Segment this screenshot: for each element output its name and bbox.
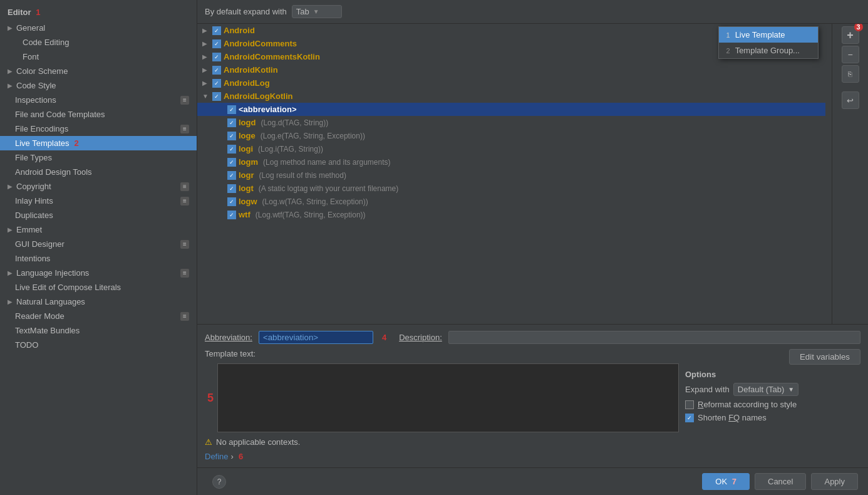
chevron-right-icon: ▶ bbox=[8, 68, 13, 75]
logm-checkbox[interactable]: ✓ bbox=[227, 158, 236, 167]
logr-checkbox[interactable]: ✓ bbox=[227, 171, 236, 180]
sidebar-item-todo[interactable]: TODO bbox=[0, 338, 197, 352]
template-item-logt[interactable]: ▶ ✓ logt (A static logtag with your curr… bbox=[197, 182, 825, 195]
wtf-checkbox[interactable]: ✓ bbox=[227, 211, 236, 219]
edit-variables-button[interactable]: Edit variables bbox=[789, 349, 860, 365]
abbreviation-checkbox[interactable]: ✓ bbox=[227, 105, 236, 114]
sidebar-item-code-style[interactable]: ▶ Code Style bbox=[0, 78, 197, 93]
template-name: logi bbox=[239, 144, 253, 154]
define-arrow: › bbox=[231, 452, 234, 461]
template-name: logd bbox=[239, 118, 256, 127]
group-label: AndroidLogKotlin bbox=[224, 91, 292, 101]
add-button[interactable]: + 3 bbox=[842, 26, 859, 44]
reformat-label: Reformat according to style bbox=[698, 400, 797, 409]
description-input[interactable] bbox=[448, 331, 860, 344]
sidebar-item-label: Android Design Tools bbox=[15, 167, 92, 177]
sidebar-item-label: General bbox=[16, 23, 45, 33]
sidebar-item-intentions[interactable]: Intentions bbox=[0, 251, 197, 266]
androidcommentskotlin-checkbox[interactable]: ✓ bbox=[212, 53, 221, 61]
sidebar-item-file-encodings[interactable]: File Encodings ≡ bbox=[0, 122, 197, 136]
expand-with-dropdown[interactable]: Default (Tab) ▼ bbox=[733, 383, 798, 396]
group-android-kotlin[interactable]: ▶ ✓ AndroidKotlin bbox=[197, 63, 825, 76]
abbreviation-input[interactable] bbox=[259, 331, 373, 344]
template-item-abbreviation[interactable]: ▶ ✓ <abbreviation> bbox=[197, 103, 825, 116]
template-name: <abbreviation> bbox=[239, 105, 296, 114]
sidebar-item-general[interactable]: ▶ General bbox=[0, 21, 197, 35]
sidebar-item-duplicates[interactable]: Duplicates bbox=[0, 208, 197, 222]
template-item-loge[interactable]: ▶ ✓ loge (Log.e(TAG, String, Exception)) bbox=[197, 129, 825, 142]
sidebar-item-file-code-templates[interactable]: File and Code Templates bbox=[0, 107, 197, 122]
template-item-logm[interactable]: ▶ ✓ logm (Log method name and its argume… bbox=[197, 155, 825, 169]
template-text-input[interactable] bbox=[217, 363, 679, 432]
define-badge: 6 bbox=[239, 452, 243, 461]
template-name: logt bbox=[239, 184, 254, 193]
remove-button[interactable]: − bbox=[842, 46, 859, 63]
sidebar-item-label: Language Injections bbox=[16, 268, 89, 278]
sidebar-item-natural-languages[interactable]: ▶ Natural Languages bbox=[0, 294, 197, 309]
chevron-right-icon: ▶ bbox=[202, 53, 210, 60]
menu-item-template-group[interactable]: 2 Template Group... bbox=[719, 43, 818, 58]
androidcomments-checkbox[interactable]: ✓ bbox=[212, 39, 221, 48]
logd-checkbox[interactable]: ✓ bbox=[227, 118, 236, 127]
detail-right: Edit variables Options Expand with Defau… bbox=[685, 349, 860, 461]
sidebar-item-android-design-tools[interactable]: Android Design Tools bbox=[0, 165, 197, 179]
template-desc: (Log result of this method) bbox=[259, 171, 346, 180]
androidlog-checkbox[interactable]: ✓ bbox=[212, 79, 221, 88]
group-android-log-kotlin[interactable]: ▼ ✓ AndroidLogKotlin bbox=[197, 90, 825, 103]
sidebar-item-gui-designer[interactable]: GUI Designer ≡ bbox=[0, 237, 197, 251]
content-area: By default expand with Tab ▼ ▶ ✓ Android… bbox=[197, 0, 868, 495]
template-item-wtf[interactable]: ▶ ✓ wtf (Log.wtf(TAG, String, Exception)… bbox=[197, 208, 825, 221]
sidebar-item-language-injections[interactable]: ▶ Language Injections ≡ bbox=[0, 266, 197, 280]
gui-designer-badge: ≡ bbox=[180, 240, 189, 249]
ok-button[interactable]: OK 7 bbox=[702, 473, 750, 490]
menu-label: Template Group... bbox=[735, 46, 800, 55]
sidebar-item-live-templates[interactable]: Live Templates 2 bbox=[0, 136, 197, 150]
sidebar-item-label: Duplicates bbox=[15, 211, 53, 220]
chevron-right-icon: ▶ bbox=[8, 269, 13, 276]
androidkotlin-checkbox[interactable]: ✓ bbox=[212, 66, 221, 75]
shorten-fq-checkbox[interactable]: ✓ bbox=[685, 414, 694, 422]
sidebar-item-code-editing[interactable]: Code Editing bbox=[0, 35, 197, 50]
ok-badge: 7 bbox=[732, 477, 736, 486]
sidebar-item-label: Live Edit of Compose Literals bbox=[15, 283, 121, 292]
add-context-menu: 1 Live Template 2 Template Group... bbox=[718, 26, 819, 59]
template-item-logd[interactable]: ▶ ✓ logd (Log.d(TAG, String)) bbox=[197, 116, 825, 129]
logw-checkbox[interactable]: ✓ bbox=[227, 197, 236, 206]
sidebar-item-textmate-bundles[interactable]: TextMate Bundles bbox=[0, 323, 197, 338]
define-link[interactable]: Define bbox=[205, 452, 229, 461]
apply-button[interactable]: Apply bbox=[811, 473, 858, 490]
sidebar-item-copyright[interactable]: ▶ Copyright ≡ bbox=[0, 179, 197, 194]
undo-button[interactable]: ↩ bbox=[842, 91, 859, 109]
sidebar-item-inspections[interactable]: Inspections ≡ bbox=[0, 93, 197, 107]
template-item-logi[interactable]: ▶ ✓ logi (Log.i(TAG, String)) bbox=[197, 142, 825, 155]
template-desc: (Log.wtf(TAG, String, Exception)) bbox=[256, 211, 366, 219]
loge-checkbox[interactable]: ✓ bbox=[227, 132, 236, 140]
sidebar-item-live-edit[interactable]: Live Edit of Compose Literals bbox=[0, 280, 197, 294]
sidebar-item-emmet[interactable]: ▶ Emmet bbox=[0, 222, 197, 237]
sidebar-item-font[interactable]: Font bbox=[0, 50, 197, 64]
help-button[interactable]: ? bbox=[212, 475, 226, 489]
sidebar-item-reader-mode[interactable]: Reader Mode ≡ bbox=[0, 309, 197, 323]
menu-item-live-template[interactable]: 1 Live Template bbox=[719, 27, 818, 43]
template-name: logm bbox=[239, 157, 258, 167]
template-item-logr[interactable]: ▶ ✓ logr (Log result of this method) bbox=[197, 169, 825, 182]
expand-dropdown[interactable]: Tab ▼ bbox=[292, 5, 342, 18]
sidebar-item-label: TODO bbox=[15, 340, 38, 350]
template-item-logw[interactable]: ▶ ✓ logw (Log.w(TAG, String, Exception)) bbox=[197, 195, 825, 208]
android-checkbox[interactable]: ✓ bbox=[212, 26, 221, 35]
sidebar-item-inlay-hints[interactable]: Inlay Hints ≡ bbox=[0, 194, 197, 208]
cancel-button[interactable]: Cancel bbox=[755, 473, 806, 490]
androidlogkotlin-checkbox[interactable]: ✓ bbox=[212, 92, 221, 101]
copy-button[interactable]: ⎘ bbox=[842, 65, 859, 83]
logi-checkbox[interactable]: ✓ bbox=[227, 145, 236, 154]
reformat-checkbox[interactable] bbox=[685, 400, 694, 409]
chevron-right-icon: ▶ bbox=[202, 27, 210, 34]
group-android-log[interactable]: ▶ ✓ AndroidLog bbox=[197, 76, 825, 90]
sidebar-item-color-scheme[interactable]: ▶ Color Scheme bbox=[0, 64, 197, 78]
logt-checkbox[interactable]: ✓ bbox=[227, 184, 236, 193]
warning-row: ⚠ No applicable contexts. bbox=[205, 437, 679, 447]
sidebar-item-file-types[interactable]: File Types bbox=[0, 150, 197, 165]
right-toolbar: + 3 1 Live Template 2 Template Group... bbox=[832, 24, 868, 324]
sidebar-item-label: Emmet bbox=[16, 225, 42, 234]
sidebar-item-label: Copyright bbox=[16, 182, 51, 191]
